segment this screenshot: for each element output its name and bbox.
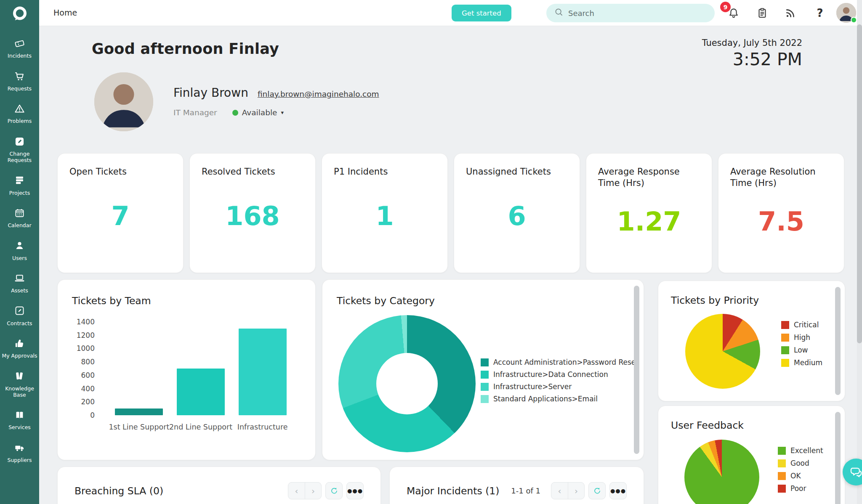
legend-label: Low bbox=[794, 346, 808, 354]
bar-category-label: Infrastructure bbox=[227, 423, 298, 431]
sidebar-item-users[interactable]: Users bbox=[0, 240, 39, 261]
sidebar-item-contracts[interactable]: Contracts bbox=[0, 305, 39, 326]
stat-card: Unassigned Tickets6 bbox=[454, 153, 580, 273]
sidebar-item-assets[interactable]: Assets bbox=[0, 273, 39, 294]
search-bar[interactable] bbox=[546, 4, 715, 22]
page-title: Good afternoon Finlay bbox=[92, 40, 279, 57]
prev-page-button[interactable]: ‹ bbox=[288, 483, 305, 499]
more-options-button[interactable]: ●●● bbox=[346, 482, 364, 499]
tab-home[interactable]: Home bbox=[53, 8, 77, 17]
bar bbox=[177, 369, 225, 415]
next-page-button[interactable]: › bbox=[305, 483, 321, 499]
app-root: IncidentsRequestsProblemsChange Requests… bbox=[0, 0, 862, 504]
page-scrollbar[interactable] bbox=[857, 0, 862, 504]
stat-card: Average Resolution Time (Hrs)7.5 bbox=[718, 153, 844, 273]
stat-card-value: 1.27 bbox=[617, 206, 681, 243]
sidebar-item-requests[interactable]: Requests bbox=[0, 71, 39, 92]
truck-icon bbox=[14, 442, 25, 455]
bar-category-label: 2nd Line Support bbox=[165, 423, 237, 431]
legend-swatch-icon bbox=[778, 472, 786, 480]
y-axis-tick: 1400 bbox=[77, 318, 95, 326]
search-icon bbox=[554, 7, 564, 19]
books-icon bbox=[14, 370, 25, 383]
bar-category-label: 1st Line Support bbox=[103, 423, 175, 431]
sidebar-nav: IncidentsRequestsProblemsChange Requests… bbox=[0, 38, 39, 463]
availability-dropdown[interactable]: Available ▾ bbox=[232, 108, 284, 117]
scrollbar-thumb[interactable] bbox=[857, 24, 862, 343]
halo-logo-icon[interactable] bbox=[10, 4, 29, 24]
profile-role: IT Manager bbox=[173, 108, 217, 117]
search-input[interactable] bbox=[568, 9, 707, 18]
profile-email-link[interactable]: finlay.brown@imaginehalo.com bbox=[258, 90, 379, 98]
card-scrollbar[interactable] bbox=[835, 287, 841, 395]
legend-swatch-icon bbox=[778, 485, 786, 493]
sidebar-item-suppliers[interactable]: Suppliers bbox=[0, 442, 39, 464]
legend-label: Medium bbox=[794, 358, 822, 367]
donut-hole bbox=[376, 353, 438, 414]
y-axis-tick: 0 bbox=[90, 411, 95, 419]
user-avatar[interactable] bbox=[836, 3, 856, 23]
sidebar-item-label: Projects bbox=[9, 190, 30, 196]
legend-label: High bbox=[794, 333, 810, 342]
prev-page-button[interactable]: ‹ bbox=[551, 483, 568, 499]
current-time: 3:52 PM bbox=[702, 49, 802, 69]
profile-photo bbox=[94, 72, 153, 131]
clipboard-icon[interactable] bbox=[756, 7, 769, 19]
pagination-info: 1-1 of 1 bbox=[511, 486, 540, 495]
y-axis-tick: 400 bbox=[81, 385, 95, 393]
stat-card-value: 6 bbox=[508, 201, 526, 237]
get-started-button[interactable]: Get started bbox=[452, 5, 511, 21]
legend-swatch-icon bbox=[481, 358, 489, 366]
sidebar-item-my-approvals[interactable]: My Approvals bbox=[0, 338, 39, 359]
refresh-button[interactable] bbox=[325, 482, 343, 499]
sidebar-item-services[interactable]: Services bbox=[0, 409, 39, 431]
sidebar-item-change-requests[interactable]: Change Requests bbox=[0, 136, 39, 164]
sidebar-item-calendar[interactable]: Calendar bbox=[0, 207, 39, 229]
sidebar-item-knowledge-base[interactable]: Knowledge Base bbox=[0, 370, 39, 398]
sidebar-item-label: Incidents bbox=[8, 53, 32, 59]
stat-card: Resolved Tickets168 bbox=[189, 153, 316, 273]
legend-swatch-icon bbox=[481, 395, 489, 403]
thumbs-up-icon bbox=[14, 338, 25, 350]
y-axis-tick: 1000 bbox=[77, 344, 95, 353]
priority-pie-chart bbox=[685, 314, 760, 389]
card-scrollbar[interactable] bbox=[835, 412, 841, 504]
bar-chart-plot: 1st Line Support2nd Line SupportInfrastr… bbox=[108, 322, 293, 415]
status-label: Available bbox=[242, 108, 277, 117]
chevron-down-icon: ▾ bbox=[281, 109, 284, 116]
sidebar-item-label: Assets bbox=[11, 287, 28, 294]
calendar-icon bbox=[14, 207, 25, 220]
chart-title: User Feedback bbox=[671, 419, 744, 431]
tickets-by-priority-card: Tickets by Priority CriticalHighLowMediu… bbox=[658, 281, 845, 401]
tickets-by-category-card: Tickets by Category Account Administrati… bbox=[322, 279, 644, 460]
feedback-legend: ExcellentGoodOKPoor bbox=[778, 446, 823, 493]
more-options-button[interactable]: ●●● bbox=[609, 482, 627, 499]
legend-swatch-icon bbox=[481, 371, 489, 379]
legend-item: Low bbox=[781, 346, 822, 354]
sidebar-item-incidents[interactable]: Incidents bbox=[0, 38, 39, 59]
legend-swatch-icon bbox=[781, 334, 789, 342]
help-icon[interactable]: ? bbox=[814, 7, 826, 19]
chart-title: Tickets by Priority bbox=[671, 294, 759, 306]
next-page-button[interactable]: › bbox=[568, 483, 584, 499]
legend-item: Account Administration>Password Reset bbox=[481, 358, 639, 366]
profile-name: Finlay Brown bbox=[173, 86, 248, 100]
category-legend: Account Administration>Password ResetInf… bbox=[481, 358, 639, 403]
legend-swatch-icon bbox=[781, 359, 789, 367]
legend-label: Good bbox=[790, 459, 809, 467]
y-axis-tick: 1200 bbox=[77, 331, 95, 340]
sidebar-item-label: Problems bbox=[8, 118, 32, 124]
refresh-button[interactable] bbox=[588, 482, 606, 499]
sidebar-item-label: Suppliers bbox=[7, 457, 32, 463]
sidebar-item-projects[interactable]: Projects bbox=[0, 175, 39, 196]
card-scrollbar[interactable] bbox=[634, 286, 639, 454]
rss-icon[interactable] bbox=[784, 7, 797, 19]
sidebar-item-problems[interactable]: Problems bbox=[0, 103, 39, 125]
chart-title: Tickets by Category bbox=[337, 295, 435, 307]
bar-infrastructure: Infrastructure bbox=[239, 322, 287, 415]
legend-item: Standard Applications>Email bbox=[481, 395, 639, 403]
y-axis-tick: 800 bbox=[81, 358, 95, 366]
breaching-sla-card: Breaching SLA (0) ‹ › ●●● bbox=[57, 467, 381, 504]
priority-legend: CriticalHighLowMedium bbox=[781, 321, 822, 367]
legend-label: Critical bbox=[794, 321, 819, 329]
